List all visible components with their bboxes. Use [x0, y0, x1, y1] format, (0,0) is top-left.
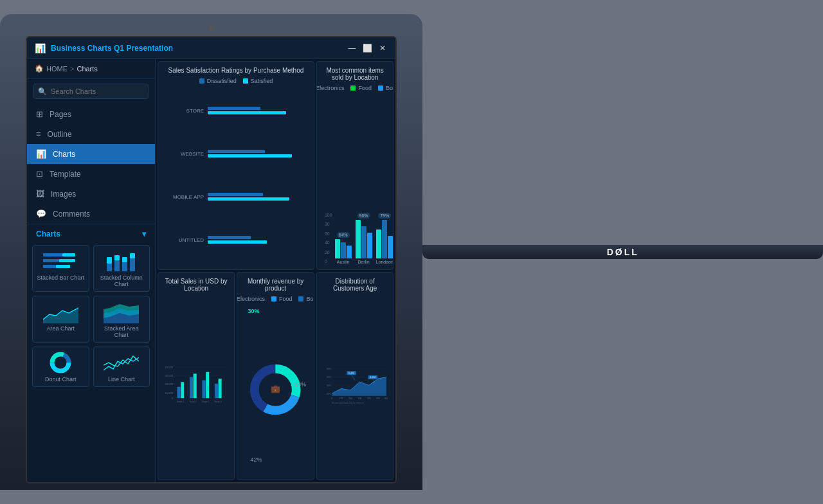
chart3-title: Total Sales in USD by Location: [163, 278, 229, 292]
svg-rect-35: [194, 374, 197, 398]
thumb-donut-label: Donut Chart: [45, 376, 77, 382]
chart4-food-label: Food: [279, 296, 293, 302]
thumb-stacked-area[interactable]: Stacked Area Chart: [93, 296, 150, 343]
svg-text:400,000: 400,000: [165, 366, 173, 368]
legend-dot-books: [378, 86, 383, 91]
pages-label: Pages: [50, 110, 71, 119]
svg-rect-2: [43, 259, 59, 262]
bar-satisfied-untitled: [208, 240, 267, 244]
thumb-stacked-column-label: Stacked Column Chart: [98, 274, 146, 287]
charts-icon: 📊: [36, 149, 46, 159]
londaon-food: [382, 220, 387, 258]
londaon-label: Londaon: [376, 260, 393, 264]
sidebar-item-images[interactable]: 🖼 Images: [27, 184, 155, 204]
search-icon: 🔍: [38, 87, 47, 96]
dell-logo: DØLL: [607, 247, 639, 257]
chart4-donut-container: 💼 30% 42% 28%: [242, 305, 308, 475]
thumb-stacked-bar[interactable]: Stacked Bar Chart: [32, 245, 89, 292]
charts-section-label: Charts: [36, 230, 60, 239]
legend-food: Food: [350, 85, 372, 91]
thumb-donut[interactable]: Donut Chart: [32, 346, 89, 387]
bar-satisfied-website: [208, 154, 292, 158]
sidebar-item-comments[interactable]: 💬 Comments: [27, 204, 155, 224]
title-bar: 📊 Business Charts Q1 Presentation — ⬜ ✕: [27, 37, 395, 59]
chart4-books-label: Books: [306, 296, 314, 302]
svg-text:100: 100: [339, 397, 343, 400]
sidebar-item-outline[interactable]: ≡ Outline: [27, 124, 155, 144]
charts-section-header[interactable]: Charts ▾: [27, 224, 155, 242]
bar-track-store: [208, 107, 303, 114]
londaon-electronics: [376, 230, 381, 258]
chart4-legend: Electronics Food Books: [242, 296, 308, 302]
breadcrumb-home-label[interactable]: HOME: [46, 65, 68, 73]
austin-books: [347, 246, 352, 258]
londaon-books: [388, 236, 393, 258]
sidebar-item-template[interactable]: ⊡ Template: [27, 164, 155, 184]
thumb-line[interactable]: Line Chart: [93, 346, 150, 387]
svg-rect-36: [202, 380, 205, 398]
col-austin: 64% Austin: [335, 232, 352, 264]
legend-dot-food: [350, 86, 356, 91]
app-icon: 📊: [35, 43, 46, 53]
chart1-title: Sales Satisfaction Ratings by Purchase M…: [163, 67, 309, 74]
laptop-shell: 📊 Business Charts Q1 Presentation — ⬜ ✕ …: [0, 14, 422, 490]
bar-dissatisfied-store: [208, 107, 260, 110]
bar-dissatisfied-website: [208, 150, 265, 153]
legend-electronics-label: Electronics: [316, 85, 344, 91]
chart2-columns: 100806040200 64%: [322, 94, 388, 264]
chart1-legend: Dissatisfied Satisfied: [163, 78, 309, 84]
chart-total-sales: Total Sales in USD by Location 400,000 3…: [158, 272, 235, 481]
austin-food: [341, 242, 346, 258]
svg-rect-12: [130, 258, 135, 271]
svg-text:Scope 2: Scope 2: [189, 401, 197, 403]
thumb-stacked-column-visual: [102, 249, 141, 273]
chart5-title: Distribution of Customers Age: [322, 278, 388, 292]
thumb-area[interactable]: Area Chart: [32, 296, 89, 343]
svg-rect-13: [130, 253, 135, 258]
svg-text:200,000: 200,000: [165, 383, 173, 386]
svg-text:5,455: 5,455: [348, 372, 354, 374]
sidebar-item-pages[interactable]: ⊞ Pages: [27, 104, 155, 124]
camera-notch: [209, 26, 214, 31]
breadcrumb: 🏠 HOME > Charts: [27, 59, 155, 78]
thumb-stacked-column[interactable]: Stacked Column Chart: [93, 245, 150, 292]
chart4-electronics-label: Electronics: [237, 296, 264, 302]
sidebar-item-charts[interactable]: 📊 Charts: [27, 144, 155, 164]
bar-row-mobileapp: MOBILE APP: [168, 193, 303, 201]
col-berlin: 90% Berlin: [356, 213, 372, 264]
maximize-button[interactable]: ⬜: [362, 43, 372, 53]
austin-label: Austin: [337, 260, 349, 264]
close-button[interactable]: ✕: [377, 43, 388, 53]
outline-icon: ≡: [36, 129, 41, 139]
svg-rect-33: [181, 382, 184, 398]
svg-text:300: 300: [357, 397, 361, 400]
legend-dissatisfied-label: Dissatisfied: [207, 78, 237, 84]
content-area: Sales Satisfaction Ratings by Purchase M…: [156, 59, 395, 482]
svg-rect-5: [56, 265, 70, 268]
legend-electronics: Electronics: [316, 85, 344, 91]
svg-rect-3: [59, 259, 75, 262]
svg-text:80%: 80%: [327, 368, 332, 370]
thumb-stacked-area-visual: [102, 300, 141, 323]
chart-customers-age: Distribution of Customers Age 80% 60% 40…: [316, 272, 393, 481]
legend-dissatisfied: Dissatisfied: [199, 78, 237, 84]
laptop-bottom: DØLL: [422, 245, 823, 259]
svg-rect-9: [114, 255, 120, 260]
thumb-line-label: Line Chart: [108, 376, 135, 382]
search-input[interactable]: [33, 84, 149, 99]
bar-dissatisfied-untitled: [208, 236, 251, 239]
chart-items-location: Most common items sold by Location Elect…: [316, 61, 393, 270]
svg-rect-10: [122, 262, 127, 271]
breadcrumb-home[interactable]: 🏠: [35, 64, 44, 73]
svg-text:0: 0: [172, 397, 173, 399]
svg-text:Scope 1: Scope 1: [177, 401, 185, 403]
template-icon: ⊡: [36, 169, 43, 179]
comments-icon: 💬: [36, 209, 46, 219]
legend-satisfied-label: Satisfied: [251, 78, 273, 84]
legend-dot-satisfied: [243, 78, 248, 84]
thumb-donut-visual: [41, 351, 80, 374]
chart4-dot-books: [298, 296, 303, 302]
bar-satisfied-mobileapp: [208, 197, 289, 201]
minimize-button[interactable]: —: [347, 43, 357, 53]
chart-thumbnails-grid: Stacked Bar Chart: [27, 242, 155, 390]
